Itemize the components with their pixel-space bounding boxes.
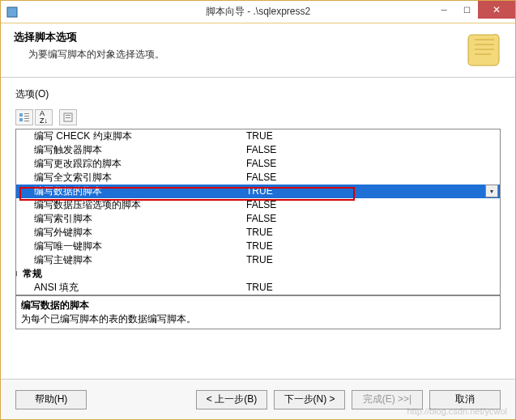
categorized-view-button[interactable] [15,109,33,125]
option-label: 编写全文索引脚本 [34,171,246,185]
wizard-header: 选择脚本选项 为要编写脚本的对象选择选项。 [1,23,515,78]
option-value[interactable]: TRUE [246,281,500,295]
option-row[interactable]: 编写全文索引脚本FALSE [16,171,500,185]
option-value[interactable]: TRUE [246,240,500,253]
option-row[interactable]: 编写索引脚本FALSE [16,212,500,226]
option-label: 编写数据压缩选项的脚本 [34,198,246,212]
option-value[interactable]: FALSE [246,143,500,157]
option-row[interactable]: 编写 CHECK 约束脚本TRUE [16,129,500,143]
svg-rect-3 [24,116,29,117]
category-label: 常规 [23,267,42,281]
svg-rect-8 [66,115,70,116]
option-label: 编写触发器脚本 [34,143,246,157]
option-label: 编写索引脚本 [34,212,246,226]
option-row[interactable]: ANSI 填充TRUE [16,281,500,295]
options-grid[interactable]: 编写 CHECK 约束脚本TRUE编写触发器脚本FALSE编写更改跟踪的脚本FA… [15,129,501,295]
option-value[interactable]: FALSE [246,198,500,212]
option-value[interactable]: FALSE [246,157,500,171]
help-button[interactable]: 帮助(H) [15,390,87,409]
option-row[interactable]: 编写数据的脚本TRUE▾ [16,185,500,198]
window-title: 脚本向导 - .\sqlexpress2 [206,5,310,19]
option-value[interactable]: TRUE [246,129,500,143]
option-value[interactable]: TRUE [246,226,500,240]
maximize-button[interactable]: ☐ [455,1,478,19]
next-button[interactable]: 下一步(N) > [274,390,345,409]
window-controls: ─ ☐ ✕ [433,1,515,19]
option-value[interactable]: FALSE [246,171,500,185]
option-row[interactable]: 编写触发器脚本FALSE [16,143,500,157]
description-panel: 编写数据的脚本 为每个已编写脚本的表的数据编写脚本。 [15,295,501,329]
dropdown-icon[interactable]: ▾ [485,185,498,197]
option-label: 编写 CHECK 约束脚本 [34,129,246,143]
alphabetical-view-button[interactable]: AZ↓ [35,109,53,125]
option-row[interactable]: 编写外键脚本TRUE [16,226,500,240]
option-label: 编写外键脚本 [34,226,246,240]
scroll-icon [463,30,502,69]
option-label: ANSI 填充 [34,281,246,295]
option-label: 编写唯一键脚本 [34,240,246,253]
content-area: 选项(O) AZ↓ 编写 CHECK 约束脚本TRUE编写触发器脚本FALSE编… [1,78,515,339]
option-row[interactable]: 编写数据压缩选项的脚本FALSE [16,198,500,212]
property-pages-button[interactable] [59,109,77,125]
svg-rect-0 [7,7,17,17]
grid-scroll[interactable]: 编写 CHECK 约束脚本TRUE编写触发器脚本FALSE编写更改跟踪的脚本FA… [16,129,500,295]
svg-rect-5 [24,118,29,119]
back-button[interactable]: < 上一步(B) [196,390,267,409]
option-row[interactable]: 编写更改跟踪的脚本FALSE [16,157,500,171]
app-icon [6,6,19,19]
option-label: 编写主键脚本 [34,253,246,267]
option-label: 编写更改跟踪的脚本 [34,157,246,171]
option-value[interactable]: FALSE [246,212,500,226]
page-subtitle: 为要编写脚本的对象选择选项。 [14,48,463,62]
option-row[interactable]: 编写唯一键脚本TRUE [16,240,500,253]
svg-rect-9 [66,117,70,118]
page-title: 选择脚本选项 [14,30,463,45]
finish-button[interactable]: 完成(E) >>| [352,390,423,409]
grid-toolbar: AZ↓ [15,109,501,125]
wizard-footer: 帮助(H) < 上一步(B) 下一步(N) > 完成(E) >>| 取消 [1,379,515,419]
option-value[interactable]: TRUE [246,253,500,267]
close-button[interactable]: ✕ [478,1,515,19]
description-title: 编写数据的脚本 [21,299,495,312]
option-value[interactable]: TRUE▾ [246,185,500,198]
options-label: 选项(O) [15,87,501,101]
svg-rect-2 [24,113,29,114]
option-label: 编写数据的脚本 [34,185,246,198]
svg-rect-4 [19,118,23,121]
svg-rect-6 [24,121,29,121]
description-text: 为每个已编写脚本的表的数据编写脚本。 [21,312,495,326]
svg-rect-1 [19,113,23,117]
cancel-button[interactable]: 取消 [429,390,501,409]
collapse-icon[interactable]: ⊟ [16,267,21,281]
minimize-button[interactable]: ─ [433,1,455,19]
wizard-window: 脚本向导 - .\sqlexpress2 ─ ☐ ✕ 选择脚本选项 为要编写脚本… [0,0,516,420]
titlebar: 脚本向导 - .\sqlexpress2 ─ ☐ ✕ [1,1,515,23]
category-row[interactable]: ⊟常规 [16,267,500,281]
option-row[interactable]: 编写主键脚本TRUE [16,253,500,267]
